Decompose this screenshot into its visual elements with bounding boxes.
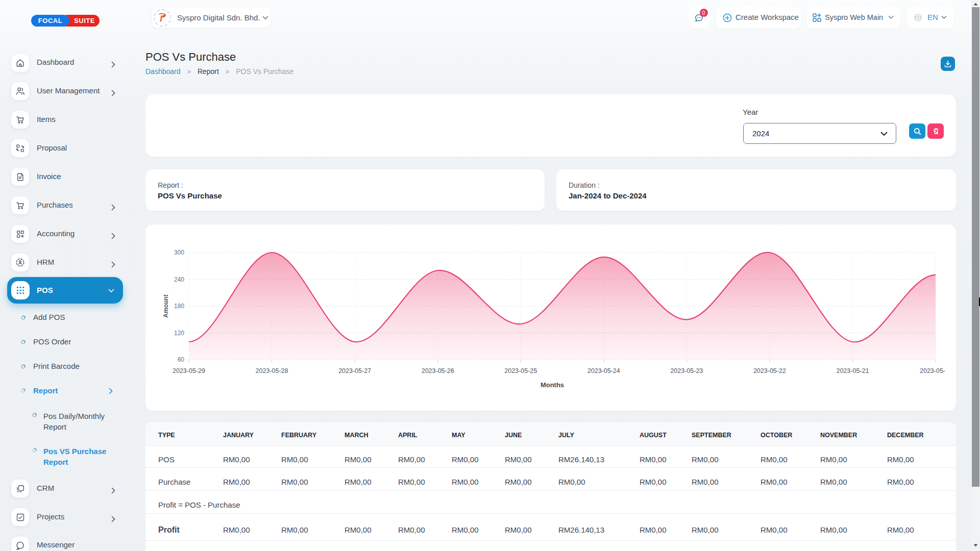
svg-text:120: 120 — [174, 330, 184, 337]
svg-text:60: 60 — [178, 356, 185, 363]
svg-text:2023-05-: 2023-05- — [920, 367, 945, 374]
svg-text:2023-05-25: 2023-05-25 — [504, 367, 537, 374]
svg-text:2023-05-29: 2023-05-29 — [173, 367, 205, 374]
svg-text:300: 300 — [174, 249, 184, 256]
svg-text:2023-05-23: 2023-05-23 — [670, 367, 703, 374]
svg-text:2023-05-22: 2023-05-22 — [753, 367, 786, 374]
svg-text:Amount: Amount — [162, 294, 169, 317]
svg-text:2023-05-24: 2023-05-24 — [587, 367, 620, 374]
svg-text:2023-05-26: 2023-05-26 — [422, 367, 454, 374]
svg-text:240: 240 — [174, 276, 184, 283]
svg-text:2023-05-21: 2023-05-21 — [836, 367, 869, 374]
svg-text:180: 180 — [174, 303, 184, 310]
svg-text:2023-05-28: 2023-05-28 — [256, 367, 288, 374]
svg-text:2023-05-27: 2023-05-27 — [338, 367, 371, 374]
svg-text:Months: Months — [541, 381, 564, 389]
